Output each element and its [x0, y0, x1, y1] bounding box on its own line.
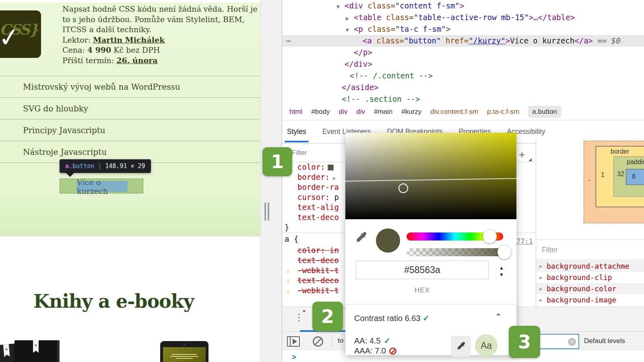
stepper-up-icon[interactable]: ▲ [499, 265, 504, 270]
content-value[interactable]: 8 [632, 173, 636, 180]
tree-row[interactable]: </aside> [282, 82, 644, 93]
ebook-tablet-image[interactable] [160, 341, 208, 362]
clear-console-icon[interactable] [313, 336, 323, 347]
css-overridden-text-decoration[interactable]: text-deco [297, 255, 339, 265]
expand-prop-icon[interactable]: ▶ [539, 283, 542, 294]
console-filter-input[interactable]: × [538, 334, 579, 349]
tablet-camera-icon [183, 343, 185, 346]
drawer-menu-icon[interactable]: ⋮ [294, 312, 304, 323]
new-style-rule-button[interactable]: + [519, 148, 525, 161]
hue-slider-handle[interactable] [483, 230, 497, 243]
contrast-preview-circle: Aa [475, 334, 497, 357]
alpha-slider-handle[interactable] [497, 245, 511, 259]
expand-prop-icon[interactable]: ▶ [539, 272, 542, 283]
tree-row[interactable]: ▼<div class="content f-sm"> [282, 0, 644, 12]
computed-prop-background-image[interactable]: ▶background-image [536, 294, 644, 306]
computed-filter-input[interactable]: Filter [542, 246, 558, 254]
box-model-content[interactable]: 8 [626, 169, 644, 185]
color-selector-ring[interactable] [398, 183, 408, 193]
course-thumbnail[interactable]: CSS} ✓ [0, 10, 41, 58]
tree-row[interactable]: <!-- /.content --> [282, 70, 644, 82]
rule-selector[interactable]: a { [285, 234, 298, 244]
css-property-text-decoration[interactable]: text-deco [297, 212, 339, 222]
stepper-down-icon[interactable]: ▼ [499, 272, 504, 277]
css-property-color[interactable]: color: [297, 162, 334, 172]
pick-background-color-button[interactable] [451, 336, 471, 357]
expand-prop-icon[interactable]: ▶ [539, 294, 542, 306]
term-link[interactable]: 26. února [116, 56, 157, 65]
padding-label: paddin [627, 158, 644, 166]
screenshot-root: CSS} ✓ Napsat hodně CSS kódu není žádná … [0, 0, 644, 362]
breadcrumb-main[interactable]: #main [374, 108, 392, 116]
tree-row-selected[interactable]: ⋯<a class="button" href="/kurzy">Více o … [282, 35, 644, 47]
css-property-border-radius[interactable]: border-ra [297, 182, 339, 192]
inspected-button-highlight: Více o kurzech [60, 179, 143, 193]
tooltip-dimensions: 148.91 × 29 [105, 162, 145, 170]
css-overridden-color[interactable]: color: in [297, 245, 339, 255]
book-image-large[interactable]: ✕ [14, 340, 57, 362]
expand-prop-icon[interactable]: ▶ [539, 261, 542, 272]
log-levels-select[interactable]: Default levels [584, 337, 625, 345]
toolbar-divider [332, 335, 332, 347]
new-rule-dropdown-icon[interactable] [528, 158, 532, 161]
computed-prop-background-clip[interactable]: ▶background-clip [536, 272, 644, 283]
course-row-js-principles[interactable]: Principy Javascriptu [0, 119, 260, 141]
course-row-wordpress[interactable]: Mistrovský vývoj webů na WordPressu [0, 76, 260, 97]
resize-handle-bar[interactable] [264, 202, 266, 221]
course-row-svg[interactable]: SVG do hloubky [0, 97, 260, 119]
inspect-tooltip: a.button | 148.91 × 29 [60, 159, 151, 173]
alpha-slider[interactable] [407, 248, 510, 256]
saturation-gradient[interactable] [345, 133, 516, 219]
breadcrumb-div[interactable]: div [356, 108, 365, 116]
tree-row[interactable]: </p> [282, 47, 644, 58]
breadcrumb-p[interactable]: p.ta-c.f-sm [487, 108, 519, 116]
aaa-fail-icon [389, 348, 396, 355]
css-property-cursor[interactable]: cursor: p [297, 192, 339, 202]
breadcrumb-content[interactable]: div.content.f-sm [430, 108, 478, 116]
tree-row[interactable]: ▶<table class="table--active-row mb-15">… [282, 12, 644, 23]
border-label: border [611, 148, 629, 155]
css-overridden-text-decoration[interactable]: ⚠text-deco [297, 276, 339, 286]
breadcrumb-body[interactable]: #body [311, 108, 330, 116]
collapse-icon[interactable]: ▶ [346, 12, 354, 24]
collapse-contrast-icon[interactable]: ⌃ [495, 312, 502, 321]
tab-styles[interactable]: Styles [287, 128, 306, 136]
warning-icon: ⚠ [286, 276, 290, 286]
computed-prop-background-color[interactable]: ▶background-color [536, 283, 644, 294]
expand-icon[interactable]: ▼ [336, 1, 345, 12]
lector-link[interactable]: Martin Michálek [93, 35, 165, 44]
price-value: 4 990 [87, 45, 111, 54]
console-sidebar-icon[interactable] [287, 336, 300, 347]
breadcrumb-a-button[interactable]: a.button [528, 106, 561, 118]
color-swatch[interactable] [328, 165, 334, 171]
css-property-border[interactable]: border:▶ [297, 172, 336, 182]
css-property-text-align[interactable]: text-alig [297, 202, 339, 212]
clear-filter-icon[interactable]: × [568, 338, 576, 346]
breadcrumb-kurzy[interactable]: #kurzy [401, 108, 421, 116]
css-overridden-webkit[interactable]: ⚠-webkit-t [297, 286, 339, 296]
resize-handle-bar[interactable] [268, 202, 269, 221]
contrast-ratio-line: Contrast ratio 6.63 ✓ [354, 313, 429, 323]
shorthand-expand-icon[interactable]: ▶ [333, 175, 336, 181]
margin-value[interactable]: - [588, 177, 590, 184]
eyedropper-icon[interactable] [354, 231, 368, 245]
more-courses-button[interactable]: Více o kurzech [77, 181, 128, 192]
padding-value[interactable]: 32 [617, 171, 624, 178]
computed-prop-background-attachment[interactable]: ▶background-attachme [536, 261, 644, 272]
color-format-stepper[interactable]: ▲ ▼ [499, 265, 504, 277]
frame-context-select[interactable]: to [338, 337, 343, 345]
breadcrumb-html[interactable]: html [289, 108, 302, 116]
tree-row[interactable]: ▼<p class="ta-c f-sm"> [282, 23, 644, 35]
border-value[interactable]: 1 [601, 171, 605, 179]
console-prompt-icon[interactable]: > [292, 352, 296, 361]
styles-filter-input[interactable]: Filter [292, 149, 307, 157]
css-overridden-webkit[interactable]: ⚠-webkit-t [297, 265, 339, 276]
course-description: Napsat hodně CSS kódu není žádná věda. H… [62, 4, 264, 66]
stylesheet-source-link[interactable]: 77:1 [516, 237, 533, 245]
expand-icon[interactable]: ▼ [346, 24, 354, 36]
hex-value-input[interactable]: #58563a [356, 261, 489, 279]
href-link[interactable]: "/kurzy" [469, 36, 506, 45]
more-actions-icon[interactable]: ⋯ [286, 35, 291, 47]
breadcrumb-div[interactable]: div [339, 108, 347, 116]
tree-row[interactable]: </div> [282, 58, 644, 70]
